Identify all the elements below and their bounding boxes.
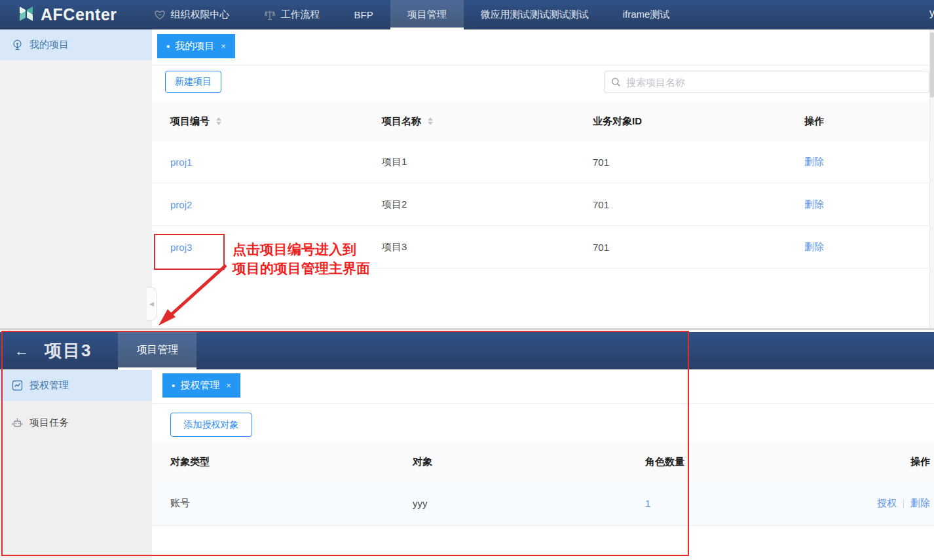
project-name: 项目3: [382, 241, 407, 253]
add-authorization-button[interactable]: 添加授权对象: [170, 413, 252, 437]
col-header-project-code: 项目编号: [170, 115, 210, 128]
projects-window: AFCenter 组织权限中心: [0, 0, 934, 331]
nav-item-org-permission[interactable]: 组织权限中心: [137, 0, 247, 29]
screen: AFCenter 组织权限中心: [0, 0, 934, 560]
afcenter-logo-icon: [17, 4, 35, 26]
nav-item-microapp-test[interactable]: 微应用测试测试测试测试: [464, 0, 606, 29]
sidebar-item-project-tasks[interactable]: 项目任务: [0, 407, 152, 438]
nav-label: BFP: [354, 9, 373, 20]
biz-object-id: 701: [593, 199, 609, 210]
sidebar-item-authorization[interactable]: 授权管理: [0, 370, 152, 401]
projects-table-body: proj1 项目1 701 删除 proj2 项目2 701 删除 proj3 …: [152, 141, 929, 269]
table-row: proj1 项目1 701 删除: [152, 141, 929, 183]
nav-item-project-management[interactable]: 项目管理: [390, 0, 464, 29]
biz-object-id: 701: [593, 157, 609, 168]
project3-navbar: ← 项目3 项目管理: [0, 332, 934, 369]
table-row: proj3 项目3 701 删除: [152, 226, 929, 269]
scrollbar[interactable]: [929, 29, 934, 329]
authorization-main: • 授权管理 × 添加授权对象 对象类型 对象 角色数量 操作 账号 yyy 1…: [152, 370, 934, 560]
chart-icon: [12, 380, 23, 391]
nav-label: 工作流程: [281, 9, 320, 21]
col-header-object-type: 对象类型: [170, 456, 210, 468]
top-nav-menu: 组织权限中心 工作流程 BFP: [137, 0, 687, 29]
nav-item-bfp[interactable]: BFP: [337, 0, 390, 29]
nav-label: iframe测试: [623, 9, 670, 21]
col-header-object: 对象: [413, 456, 432, 468]
sidebar-item-label: 授权管理: [29, 379, 69, 392]
open-tabs-bar: • 授权管理 ×: [152, 370, 934, 404]
col-header-role-count: 角色数量: [645, 456, 684, 468]
col-header-actions: 操作: [910, 456, 930, 468]
tab-label: 授权管理: [180, 379, 219, 392]
nav-label: 项目管理: [407, 9, 447, 21]
sidebar-collapse-handle[interactable]: ◀: [147, 287, 157, 321]
project-code-link[interactable]: proj3: [170, 242, 192, 253]
col-header-actions: 操作: [804, 115, 824, 128]
tab-authorization[interactable]: • 授权管理 ×: [162, 373, 240, 398]
nav-item-workflow[interactable]: 工作流程: [247, 0, 337, 29]
projects-main: • 我的项目 × 新建项目: [152, 29, 929, 329]
app-logo[interactable]: AFCenter: [0, 0, 137, 29]
sort-icon[interactable]: [428, 117, 433, 125]
app-title: AFCenter: [41, 5, 117, 24]
project-title: 项目3: [45, 332, 118, 369]
back-arrow-icon[interactable]: ←: [0, 332, 45, 369]
close-icon[interactable]: ×: [221, 41, 226, 51]
sidebar-item-my-projects[interactable]: 我的项目: [0, 29, 152, 60]
search-icon: [611, 77, 621, 87]
project-search[interactable]: [604, 71, 929, 93]
scale-icon: [264, 9, 276, 21]
object-type: 账号: [170, 497, 190, 510]
authorize-link[interactable]: 授权: [877, 497, 897, 510]
col-header-project-name: 项目名称: [382, 115, 421, 128]
nav-item-iframe-test[interactable]: iframe测试: [606, 0, 687, 29]
nav-tab-project-management[interactable]: 项目管理: [118, 332, 196, 369]
delete-link[interactable]: 删除: [804, 241, 824, 253]
project3-window: ← 项目3 项目管理 授权管理: [0, 331, 934, 560]
nav-label: 微应用测试测试测试测试: [481, 9, 589, 21]
search-input[interactable]: [626, 77, 922, 88]
new-project-button[interactable]: 新建项目: [165, 71, 221, 93]
tab-my-projects[interactable]: • 我的项目 ×: [157, 34, 235, 58]
projects-table-header: 项目编号 项目名称 业务对象ID 操作: [152, 102, 929, 141]
biz-object-id: 701: [593, 242, 609, 253]
table-row: proj2 项目2 701 删除: [152, 183, 929, 226]
chevron-left-icon: ◀: [149, 301, 154, 307]
project-name: 项目2: [382, 198, 407, 211]
delete-link[interactable]: 删除: [804, 156, 824, 168]
projects-sidebar: 我的项目: [0, 29, 152, 329]
sort-icon[interactable]: [216, 117, 221, 125]
tab-active-dot: •: [166, 41, 170, 51]
username-partial[interactable]: y: [929, 7, 934, 19]
project-name: 项目1: [382, 156, 407, 168]
nav-label: 组织权限中心: [171, 9, 230, 21]
col-header-biz-id: 业务对象ID: [593, 115, 642, 128]
object-name: yyy: [413, 498, 428, 509]
open-tabs-bar: • 我的项目 ×: [152, 29, 929, 65]
sidebar-item-label: 我的项目: [29, 39, 69, 51]
heart-icon: [154, 9, 166, 21]
delete-link[interactable]: 删除: [910, 497, 930, 510]
robot-icon: [12, 417, 23, 428]
action-divider: [903, 499, 904, 508]
table-row: 账号 yyy 1 授权 删除: [152, 481, 934, 526]
project-code-link[interactable]: proj1: [170, 157, 192, 168]
close-icon[interactable]: ×: [226, 381, 231, 390]
project3-sidebar: 授权管理 项目任务: [0, 370, 152, 560]
top-navbar: AFCenter 组织权限中心: [0, 0, 934, 29]
project-code-link[interactable]: proj2: [170, 199, 192, 210]
window-divider: [0, 328, 934, 330]
authorization-table-header: 对象类型 对象 角色数量 操作: [152, 442, 934, 481]
role-count-link[interactable]: 1: [645, 498, 650, 509]
delete-link[interactable]: 删除: [804, 198, 824, 211]
scrollbar-thumb[interactable]: [930, 32, 934, 98]
tab-label: 我的项目: [175, 40, 214, 52]
tab-active-dot: •: [172, 381, 175, 390]
projects-toolbar: 新建项目: [152, 66, 929, 102]
sidebar-item-label: 项目任务: [29, 417, 69, 429]
broadcast-icon: [12, 39, 23, 50]
